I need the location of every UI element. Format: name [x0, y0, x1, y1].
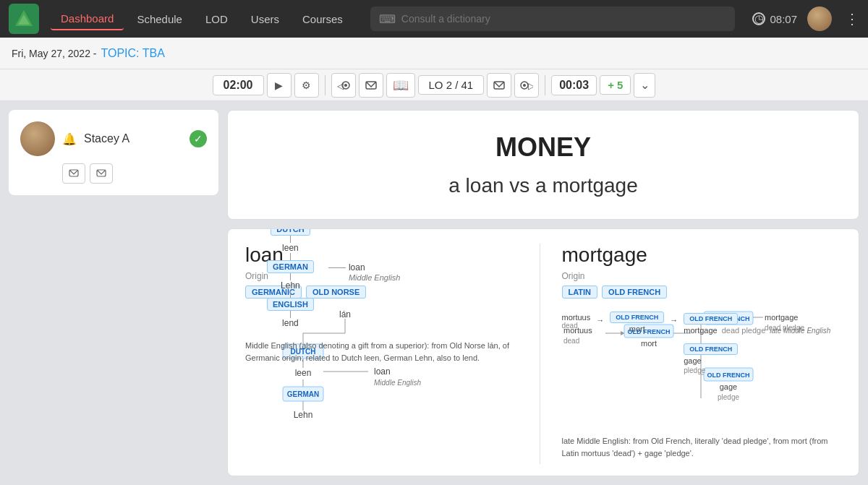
dutch-box: DUTCH — [271, 228, 310, 236]
english-box: ENGLISH — [267, 298, 314, 311]
loan-tree: lán DUTCH leen — [245, 228, 525, 328]
content-area: MONEY a loan vs a mortgage loan Origin G… — [227, 110, 859, 476]
toolbar: 02:00 ▶ ⚙ ◁ 📖 LO 2 / 41 ▷ 00:03 + 5 ⌄ — [0, 69, 868, 101]
dict-columns: loan Origin GERMANIC OLD NORSE lán — [245, 244, 841, 464]
search-bar[interactable]: ⌨ — [370, 7, 736, 31]
book-icon-button[interactable]: 📖 — [386, 73, 415, 98]
mortgage-old-french-1: OLD FRENCH — [610, 312, 664, 323]
search-icon: ⌨ — [379, 12, 396, 26]
play-button[interactable]: ▶ — [267, 73, 292, 98]
svg-text:dead: dead — [563, 337, 579, 345]
navbar: Dashboard Schedule LOD Users Courses ⌨ ◷… — [0, 0, 868, 38]
dutch-text: leen — [282, 243, 299, 253]
sidebar: 🔔 Stacey A ✓ — [9, 110, 218, 195]
timer-right: 00:03 — [551, 75, 597, 95]
english-text: lend — [282, 318, 299, 328]
nav-prev-eye-button[interactable]: ◁ — [331, 73, 356, 98]
nav-courses[interactable]: Courses — [292, 9, 353, 30]
loan-text: loan — [349, 262, 365, 272]
svg-text:mort: mort — [641, 339, 657, 348]
loan-footer: Middle English (also denoting a gift fro… — [245, 340, 525, 364]
message-button-2[interactable] — [90, 163, 113, 184]
student-avatar — [20, 121, 55, 156]
mortgage-tag-old-french: OLD FRENCH — [602, 286, 667, 299]
middle-english-text: Middle English — [349, 273, 401, 282]
nav-next-msg-button[interactable] — [487, 73, 511, 98]
mortgage-column: mortgage Origin LATIN OLD FRENCH mortuus… — [555, 244, 842, 464]
student-row: 🔔 Stacey A ✓ — [20, 121, 207, 156]
student-icon: 🔔 — [62, 132, 77, 146]
student-name: Stacey A — [84, 132, 182, 145]
plus5-button[interactable]: + 5 — [600, 75, 631, 95]
topic-label: TOPIC: TBA — [101, 47, 165, 60]
slide-title: MONEY — [257, 132, 830, 163]
slide-card: MONEY a loan vs a mortgage — [227, 110, 859, 220]
lo-label: LO 2 / 41 — [418, 75, 485, 95]
settings-button[interactable]: ⚙ — [294, 73, 319, 98]
mortgage-tags: LATIN OLD FRENCH — [562, 286, 842, 299]
search-input[interactable] — [401, 13, 727, 25]
svg-text:Lehn: Lehn — [294, 410, 313, 420]
svg-point-4 — [344, 84, 347, 87]
nav-right: ◷ 08:07 ⋮ — [752, 7, 859, 31]
user-avatar[interactable] — [807, 7, 832, 31]
toolbar-separator-2 — [545, 75, 545, 95]
nav-links: Dashboard Schedule LOD Users Courses — [51, 8, 353, 30]
german-box: GERMAN — [267, 260, 314, 273]
nav-users[interactable]: Users — [241, 9, 289, 30]
mortgage-word: mortgage — [562, 244, 842, 267]
dict-card: loan Origin GERMANIC OLD NORSE lán — [227, 228, 859, 476]
mortgage-footer: late Middle English: from Old French, li… — [562, 435, 842, 459]
svg-text:GERMAN: GERMAN — [287, 390, 319, 398]
message-button-1[interactable] — [62, 163, 85, 184]
slide-subtitle: a loan vs a mortgage — [257, 174, 830, 197]
mortgage-old-french-3: OLD FRENCH — [684, 343, 738, 355]
student-check: ✓ — [190, 130, 207, 147]
clock-icon: ◷ — [752, 12, 765, 25]
main-layout: 🔔 Stacey A ✓ MONEY a loan vs a mortgage … — [0, 101, 868, 485]
more-options-button[interactable]: ⋮ — [845, 10, 859, 27]
nav-schedule[interactable]: Schedule — [127, 9, 192, 30]
toolbar-separator-1 — [325, 75, 326, 95]
nav-time: ◷ 08:07 — [752, 12, 797, 25]
nav-next-eye-button[interactable]: ▷ — [514, 73, 539, 98]
svg-text:▷: ▷ — [528, 81, 533, 90]
mortgage-origin-label: Origin — [562, 271, 842, 281]
app-logo — [9, 4, 39, 34]
svg-text:pledge: pledge — [717, 393, 739, 401]
svg-text:leen: leen — [295, 368, 312, 378]
mortgage-old-french-2: OLD FRENCH — [684, 313, 738, 325]
subheader: Fri, May 27, 2022 - TOPIC: TBA — [0, 38, 868, 69]
nav-prev-msg-button[interactable] — [359, 73, 383, 98]
svg-text:gage: gage — [719, 382, 736, 391]
loan-column: loan Origin GERMANIC OLD NORSE lán — [245, 244, 525, 464]
svg-point-8 — [523, 84, 526, 87]
mortgage-tag-latin: LATIN — [562, 286, 598, 299]
student-actions — [62, 163, 207, 184]
german-text: Lehn — [281, 280, 300, 291]
nav-lod[interactable]: LOD — [195, 9, 238, 30]
nav-dashboard[interactable]: Dashboard — [51, 8, 124, 30]
timer-left: 02:00 — [213, 75, 264, 95]
date-label: Fri, May 27, 2022 - — [12, 48, 97, 59]
dict-divider — [540, 244, 540, 464]
svg-text:loan: loan — [374, 366, 391, 377]
svg-text:Middle English: Middle English — [374, 379, 421, 387]
expand-button[interactable]: ⌄ — [634, 73, 655, 98]
